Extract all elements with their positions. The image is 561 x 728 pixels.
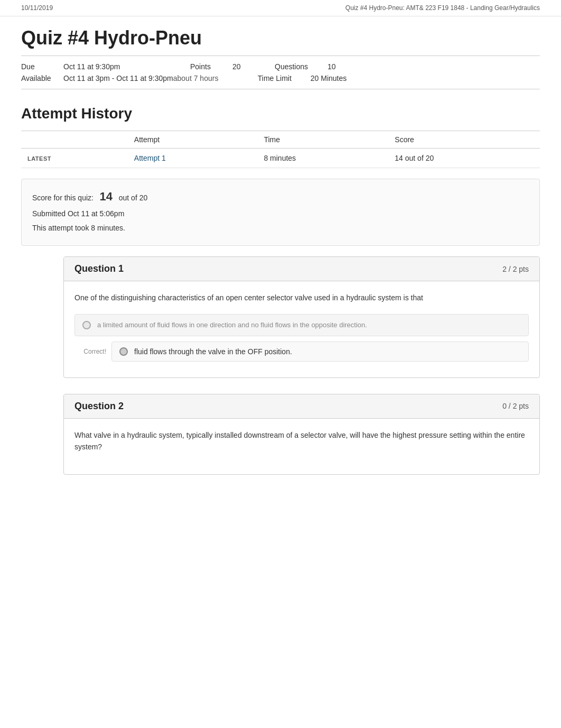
attempt-score: 14 out of 20 [388, 149, 540, 168]
top-bar-course-title: Quiz #4 Hydro-Pneu: AMT& 223 F19 1848 - … [345, 4, 540, 12]
submitted-label: Submitted Oct 11 at 5:06pm [32, 209, 124, 218]
points-value: 20 [232, 62, 264, 71]
attempt-table-header-row: Attempt Time Score [21, 131, 540, 149]
quiz-meta-row-1: Due Oct 11 at 9:30pm Points 20 Questions… [21, 62, 540, 71]
score-out-of: out of 20 [119, 193, 148, 202]
due-value: Oct 11 at 9:30pm [63, 62, 169, 71]
correct-flag: Correct! [74, 348, 111, 355]
score-took-row: This attempt took 8 minutes. [32, 223, 529, 234]
question-1-wrapper: Question 1 2 / 2 pts One of the distingu… [21, 256, 540, 378]
questions-label: Questions [275, 62, 328, 71]
score-number: 14 [100, 190, 113, 203]
top-bar-date: 10/11/2019 [21, 4, 53, 12]
col-score: Score [388, 131, 540, 149]
score-for-quiz-label: Score for this quiz: [32, 193, 94, 202]
score-submitted-row: Submitted Oct 11 at 5:06pm [32, 208, 529, 219]
question-2-body: What valve in a hydraulic system, typica… [64, 419, 539, 474]
attempt-history-section: Attempt History Attempt Time Score LATES… [21, 105, 540, 475]
due-label: Due [21, 62, 63, 71]
col-time: Time [257, 131, 388, 149]
question-1-body: One of the distinguishing characteristic… [64, 281, 539, 377]
answer-text-1a1: a limited amount of fluid flows in one d… [97, 320, 367, 330]
time-limit-label: Time Limit [258, 74, 311, 82]
available-label: Available [21, 74, 63, 82]
attempt-time: 8 minutes [257, 149, 388, 168]
answer-text-1a2: fluid flows through the valve in the OFF… [134, 347, 292, 356]
took-label: This attempt took 8 minutes. [32, 224, 125, 232]
question-2-wrapper: Question 2 0 / 2 pts What valve in a hyd… [21, 394, 540, 475]
col-attempt: Attempt [128, 131, 258, 149]
answer-option-1a2[interactable]: fluid flows through the valve in the OFF… [111, 342, 529, 362]
question-1-pts: 2 / 2 pts [502, 265, 529, 273]
question-2-pts: 0 / 2 pts [502, 402, 529, 410]
score-summary-score-row: Score for this quiz: 14 out of 20 [32, 188, 529, 205]
attempt-1-link[interactable]: Attempt 1 [134, 154, 166, 162]
quiz-meta-section: Due Oct 11 at 9:30pm Points 20 Questions… [21, 56, 540, 89]
available-value: Oct 11 at 3pm - Oct 11 at 9:30pm [63, 74, 173, 82]
table-row: LATEST Attempt 1 8 minutes 14 out of 20 [21, 149, 540, 168]
question-1-text: One of the distinguishing characteristic… [74, 292, 529, 303]
quiz-meta-row-2: Available Oct 11 at 3pm - Oct 11 at 9:30… [21, 74, 540, 82]
question-2-block: Question 2 0 / 2 pts What valve in a hyd… [63, 394, 540, 475]
about-hours: about 7 hours [173, 74, 237, 82]
question-2-text: What valve in a hydraulic system, typica… [74, 429, 529, 453]
attempt-table: Attempt Time Score LATEST Attempt 1 8 mi… [21, 131, 540, 168]
question-2-header: Question 2 0 / 2 pts [64, 394, 539, 419]
quiz-title: Quiz #4 Hydro-Pneu [21, 27, 540, 49]
question-1-header: Question 1 2 / 2 pts [64, 257, 539, 281]
question-1-title: Question 1 [74, 263, 124, 274]
answer-radio-1a2 [119, 347, 128, 356]
correct-answer-wrapper: Correct! fluid flows through the valve i… [74, 342, 529, 362]
time-limit-value: 20 Minutes [311, 74, 347, 82]
score-summary: Score for this quiz: 14 out of 20 Submit… [21, 179, 540, 246]
answer-option-1a1[interactable]: a limited amount of fluid flows in one d… [74, 314, 529, 336]
points-label: Points [190, 62, 232, 71]
latest-badge: LATEST [27, 155, 51, 162]
col-empty [21, 131, 128, 149]
top-bar: 10/11/2019 Quiz #4 Hydro-Pneu: AMT& 223 … [0, 0, 561, 16]
question-2-title: Question 2 [74, 401, 124, 412]
question-1-block: Question 1 2 / 2 pts One of the distingu… [63, 256, 540, 378]
answer-radio-1a1 [82, 321, 91, 329]
attempt-history-title: Attempt History [21, 105, 540, 122]
main-content: Quiz #4 Hydro-Pneu Due Oct 11 at 9:30pm … [0, 16, 561, 501]
questions-value: 10 [328, 62, 336, 71]
